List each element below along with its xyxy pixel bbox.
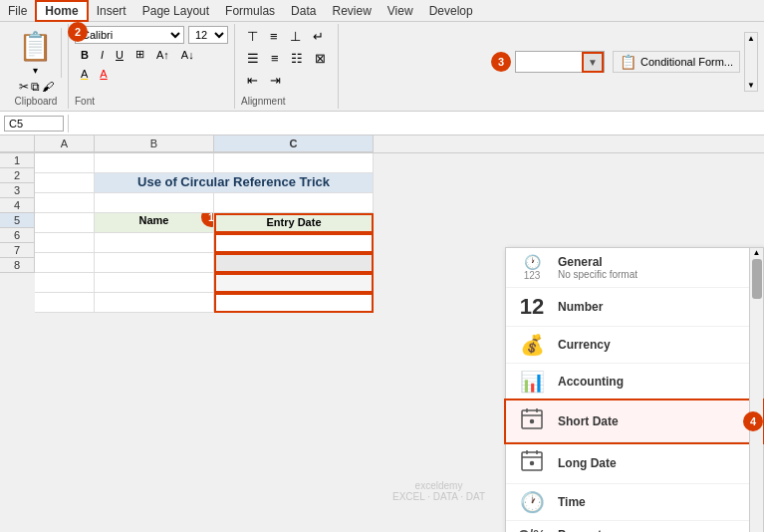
dropdown-item-currency[interactable]: 💰 Currency bbox=[506, 327, 763, 364]
name-box[interactable] bbox=[4, 116, 64, 132]
svg-point-9 bbox=[531, 462, 534, 465]
long-date-icon bbox=[516, 448, 548, 477]
currency-icon: 💰 bbox=[516, 333, 548, 357]
dropdown-label-long-date: Long Date bbox=[558, 456, 753, 470]
menu-file[interactable]: File bbox=[0, 2, 35, 20]
cell-a6[interactable] bbox=[35, 253, 95, 273]
font-name-select[interactable]: Calibri bbox=[75, 26, 184, 44]
dropdown-item-general[interactable]: 🕐 123 General No specific format bbox=[506, 248, 763, 288]
scroll-up[interactable]: ▲ bbox=[747, 34, 755, 43]
cell-c6[interactable] bbox=[214, 253, 374, 273]
cell-b3[interactable] bbox=[95, 193, 214, 213]
wrap-text-button[interactable]: ↵ bbox=[308, 27, 329, 46]
scroll-up-btn[interactable]: ▲ bbox=[750, 248, 763, 257]
cell-c5-selected[interactable] bbox=[214, 233, 374, 253]
merge-center-button[interactable]: ⊠ bbox=[310, 49, 331, 68]
right-ribbon: 3 ▼ 📋 Conditional Form... ▲ ▼ bbox=[485, 28, 764, 96]
title-cell[interactable]: Use of Circular Reference Trick bbox=[95, 173, 374, 193]
align-bottom-button[interactable]: ⊥ bbox=[285, 27, 306, 46]
cell-b7[interactable] bbox=[95, 273, 214, 293]
row-header-4[interactable]: 4 bbox=[0, 198, 35, 213]
align-middle-button[interactable]: ≡ bbox=[265, 27, 283, 46]
cell-c4-entry-date[interactable]: Entry Date bbox=[214, 213, 374, 233]
ribbon-scrollbar[interactable]: ▲ ▼ bbox=[744, 32, 758, 92]
paste-button-area[interactable]: 📋 ▾ bbox=[10, 28, 62, 78]
decrease-indent-button[interactable]: ⇤ bbox=[242, 71, 263, 90]
menu-review[interactable]: Review bbox=[324, 2, 379, 20]
cell-a4[interactable] bbox=[35, 213, 95, 233]
menu-data[interactable]: Data bbox=[283, 2, 324, 20]
svg-point-4 bbox=[531, 420, 534, 423]
cell-c7[interactable] bbox=[214, 273, 374, 293]
row-header-8[interactable]: 8 bbox=[0, 258, 35, 273]
row-header-2[interactable]: 2 bbox=[0, 168, 35, 183]
col-header-b[interactable]: B bbox=[95, 135, 214, 152]
italic-button[interactable]: I bbox=[96, 47, 109, 63]
dropdown-item-long-date[interactable]: Long Date bbox=[506, 442, 763, 484]
dropdown-scrollbar[interactable]: ▲ bbox=[749, 248, 763, 532]
font-row1: Calibri 12 bbox=[75, 26, 228, 44]
font-size-select[interactable]: 12 bbox=[188, 26, 228, 44]
dropdown-item-number[interactable]: 12 Number bbox=[506, 288, 763, 327]
menu-page-layout[interactable]: Page Layout bbox=[134, 2, 217, 20]
cut-icon[interactable]: ✂ bbox=[19, 80, 29, 94]
cell-c8[interactable] bbox=[214, 293, 374, 313]
number-format-dropdown[interactable]: ▼ bbox=[582, 52, 604, 73]
scroll-down[interactable]: ▼ bbox=[747, 81, 755, 90]
col-header-c[interactable]: C bbox=[214, 135, 374, 152]
dropdown-item-short-date[interactable]: 4 Short Date bbox=[506, 400, 763, 442]
cell-a5[interactable] bbox=[35, 233, 95, 253]
dropdown-item-accounting[interactable]: 📊 Accounting bbox=[506, 364, 763, 400]
align-center-button[interactable]: ≡ bbox=[266, 49, 284, 68]
row-header-1[interactable]: 1 bbox=[0, 153, 35, 168]
menu-home[interactable]: Home bbox=[35, 0, 88, 22]
underline-button[interactable]: U bbox=[111, 47, 128, 63]
dropdown-item-percentage[interactable]: O/% Percentage bbox=[506, 521, 763, 532]
cell-b8[interactable] bbox=[95, 293, 214, 313]
font-size-inc[interactable]: A↑ bbox=[151, 47, 174, 63]
row-header-7[interactable]: 7 bbox=[0, 243, 35, 258]
align-top-button[interactable]: ⊤ bbox=[242, 27, 263, 46]
dropdown-text-number: Number bbox=[558, 300, 753, 314]
col-header-a[interactable]: A bbox=[35, 135, 95, 152]
align-left-button[interactable]: ☰ bbox=[242, 49, 264, 68]
increase-indent-button[interactable]: ⇥ bbox=[265, 71, 286, 90]
alignment-label: Alignment bbox=[241, 94, 332, 107]
row-header-5[interactable]: 5 bbox=[0, 213, 35, 228]
cell-a2[interactable] bbox=[35, 173, 95, 193]
border-button[interactable]: ⊞ bbox=[130, 46, 149, 63]
menu-insert[interactable]: Insert bbox=[89, 2, 134, 20]
cell-c3[interactable] bbox=[214, 193, 374, 213]
align-right-button[interactable]: ☷ bbox=[286, 49, 308, 68]
scrollbar-thumb[interactable] bbox=[752, 259, 762, 299]
cell-a3[interactable] bbox=[35, 193, 95, 213]
bold-button[interactable]: B bbox=[76, 47, 94, 63]
cell-b1[interactable] bbox=[95, 153, 214, 173]
cell-a8[interactable] bbox=[35, 293, 95, 313]
dropdown-item-time[interactable]: 🕐 Time bbox=[506, 484, 763, 521]
row-header-6[interactable]: 6 bbox=[0, 228, 35, 243]
cell-c1[interactable] bbox=[214, 153, 374, 173]
table-row bbox=[35, 193, 374, 213]
font-color-button[interactable]: A bbox=[95, 66, 112, 82]
cell-a1[interactable] bbox=[35, 153, 95, 173]
menu-view[interactable]: View bbox=[380, 2, 421, 20]
copy-icon[interactable]: ⧉ bbox=[31, 80, 40, 94]
cell-b5[interactable] bbox=[95, 233, 214, 253]
percentage-icon: O/% bbox=[516, 527, 548, 532]
font-size-dec[interactable]: A↓ bbox=[176, 47, 199, 63]
row-header-3[interactable]: 3 bbox=[0, 183, 35, 198]
badge-1: 1 bbox=[201, 213, 214, 227]
cell-b6[interactable] bbox=[95, 253, 214, 273]
number-format-input[interactable] bbox=[520, 56, 580, 68]
menu-formulas[interactable]: Formulas bbox=[217, 2, 283, 20]
dropdown-text-time: Time bbox=[558, 495, 753, 509]
paste-icon[interactable]: 📋 bbox=[18, 30, 53, 63]
cell-a7[interactable] bbox=[35, 273, 95, 293]
format-painter-icon[interactable]: 🖌 bbox=[42, 80, 54, 94]
col-headers: A B C bbox=[0, 135, 764, 153]
conditional-format-button[interactable]: 📋 Conditional Form... bbox=[613, 51, 740, 73]
cell-b4-name[interactable]: Name 1 bbox=[95, 213, 214, 233]
fill-color-button[interactable]: A bbox=[76, 66, 93, 82]
menu-develop[interactable]: Develop bbox=[421, 2, 481, 20]
